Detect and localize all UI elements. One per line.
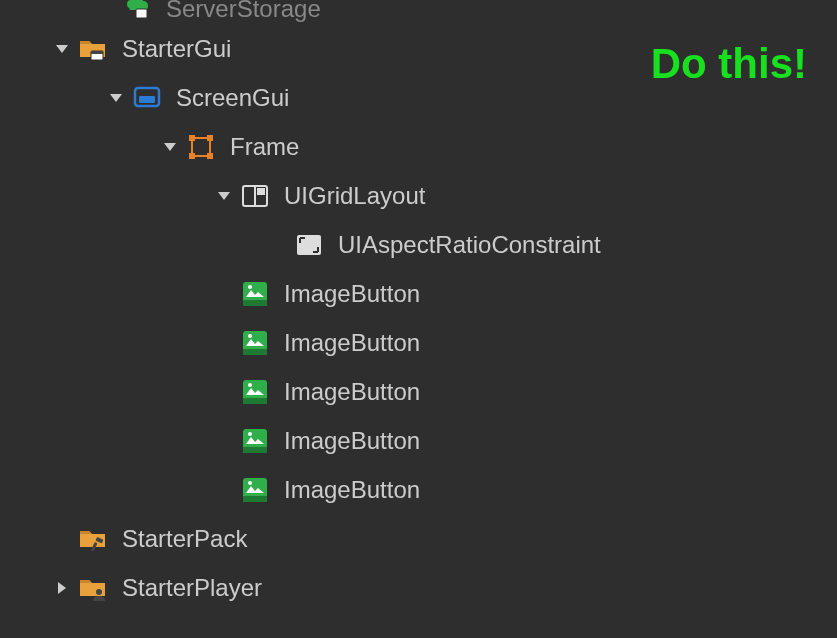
- expand-toggle-icon[interactable]: [160, 139, 180, 155]
- annotation-text: Do this!: [651, 40, 807, 88]
- explorer-tree[interactable]: ServerStorage StarterGui ScreenGui: [0, 0, 837, 612]
- expand-toggle-icon[interactable]: [52, 41, 72, 57]
- svg-rect-16: [257, 188, 265, 195]
- screengui-icon: [132, 83, 162, 113]
- svg-point-36: [96, 589, 102, 595]
- folder-gui-icon: [78, 34, 108, 64]
- tree-item-uigridlayout[interactable]: UIGridLayout: [0, 171, 837, 220]
- imagebutton-icon: [240, 377, 270, 407]
- folder-player-icon: [78, 573, 108, 603]
- expand-toggle-icon[interactable]: [214, 188, 234, 204]
- svg-rect-10: [207, 135, 213, 141]
- imagebutton-icon: [240, 426, 270, 456]
- tree-item-label: StarterPlayer: [122, 574, 262, 602]
- svg-rect-6: [139, 96, 155, 103]
- svg-rect-25: [243, 398, 267, 404]
- svg-marker-13: [218, 192, 230, 200]
- tree-item-label: StarterGui: [122, 35, 231, 63]
- tree-item-imagebutton[interactable]: ImageButton: [0, 269, 837, 318]
- tree-item-label: ScreenGui: [176, 84, 289, 112]
- tree-item-label: ImageButton: [284, 476, 420, 504]
- svg-marker-7: [164, 143, 176, 151]
- svg-marker-1: [56, 45, 68, 53]
- imagebutton-icon: [240, 328, 270, 358]
- svg-rect-28: [243, 447, 267, 453]
- tree-item-label: UIAspectRatioConstraint: [338, 231, 601, 259]
- svg-rect-3: [91, 51, 103, 54]
- tree-item-label: ImageButton: [284, 329, 420, 357]
- svg-rect-12: [207, 153, 213, 159]
- tree-item-starterpack[interactable]: StarterPack: [0, 514, 837, 563]
- svg-rect-0: [136, 9, 147, 18]
- svg-point-23: [248, 334, 252, 338]
- tree-item-label: StarterPack: [122, 525, 247, 553]
- tree-item-imagebutton[interactable]: ImageButton: [0, 318, 837, 367]
- svg-point-26: [248, 383, 252, 387]
- svg-rect-11: [189, 153, 195, 159]
- tree-item-starterplayer[interactable]: StarterPlayer: [0, 563, 837, 612]
- tree-item-serverstorage[interactable]: ServerStorage: [0, 0, 837, 24]
- tree-item-frame[interactable]: Frame: [0, 122, 837, 171]
- svg-rect-22: [243, 349, 267, 355]
- serverstorage-icon: [122, 0, 152, 24]
- svg-marker-35: [58, 582, 66, 594]
- uiaspectratioconstraint-icon: [294, 230, 324, 260]
- expand-toggle-icon[interactable]: [52, 580, 72, 596]
- svg-rect-31: [243, 496, 267, 502]
- expand-toggle-icon[interactable]: [106, 90, 126, 106]
- svg-point-32: [248, 481, 252, 485]
- svg-point-20: [248, 285, 252, 289]
- svg-marker-4: [110, 94, 122, 102]
- folder-hammer-icon: [78, 524, 108, 554]
- tree-item-label: ImageButton: [284, 427, 420, 455]
- tree-item-label: UIGridLayout: [284, 182, 425, 210]
- frame-icon: [186, 132, 216, 162]
- tree-item-imagebutton[interactable]: ImageButton: [0, 367, 837, 416]
- svg-rect-9: [189, 135, 195, 141]
- imagebutton-icon: [240, 279, 270, 309]
- svg-rect-19: [243, 300, 267, 306]
- tree-item-label: Frame: [230, 133, 299, 161]
- uigridlayout-icon: [240, 181, 270, 211]
- svg-point-29: [248, 432, 252, 436]
- tree-item-label: ImageButton: [284, 378, 420, 406]
- tree-item-label: ServerStorage: [166, 0, 321, 23]
- tree-item-imagebutton[interactable]: ImageButton: [0, 416, 837, 465]
- tree-item-imagebutton[interactable]: ImageButton: [0, 465, 837, 514]
- tree-item-uiaspectratioconstraint[interactable]: UIAspectRatioConstraint: [0, 220, 837, 269]
- tree-item-label: ImageButton: [284, 280, 420, 308]
- imagebutton-icon: [240, 475, 270, 505]
